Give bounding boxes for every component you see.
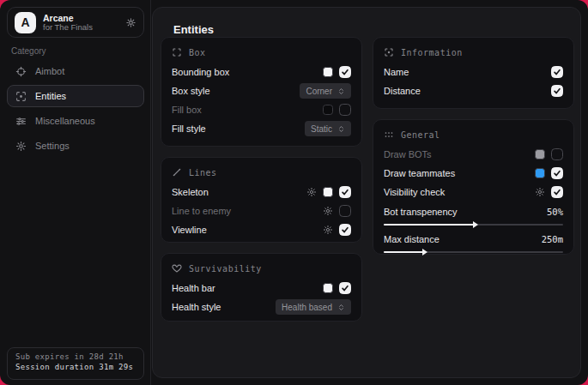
checkbox[interactable]	[339, 66, 351, 78]
checkbox[interactable]	[339, 104, 351, 116]
color-swatch[interactable]	[535, 168, 545, 178]
category-label: Category	[11, 46, 46, 56]
app-subtitle: for The Finals	[43, 23, 118, 33]
setting-row-visibility-check: Visibility check	[384, 183, 563, 202]
grid-icon	[384, 129, 394, 140]
unfold-icon	[337, 304, 345, 311]
bot-transparency-slider-group: Bot transpenency 50%	[384, 203, 563, 226]
sidebar: A Arcane for The Finals Category	[0, 0, 151, 385]
setting-row-bounding-box: Bounding box	[172, 63, 351, 81]
setting-label: Box style	[172, 86, 300, 96]
setting-label: Health style	[172, 302, 276, 312]
sidebar-item-entities[interactable]: Entities	[7, 85, 144, 107]
sidebar-item-aimbot[interactable]: Aimbot	[7, 60, 144, 82]
crosshair-icon	[15, 66, 27, 77]
checkbox[interactable]	[339, 205, 351, 217]
checkbox[interactable]	[339, 224, 351, 236]
subscription-info: Sub expires in 28d 21h Session duration …	[7, 347, 144, 380]
sync-gear-icon[interactable]	[125, 17, 136, 28]
card-lines: Lines Skeleton Line to enemy	[161, 157, 362, 243]
color-swatch[interactable]	[323, 105, 333, 115]
setting-row-draw-teammates: Draw teammates	[384, 164, 563, 183]
box-style-dropdown[interactable]: Corner	[300, 83, 351, 99]
app-name: Arcane	[43, 13, 118, 23]
checkbox[interactable]	[551, 66, 563, 78]
sidebar-item-settings[interactable]: Settings	[7, 135, 144, 157]
app-logo: A	[15, 12, 36, 33]
setting-row-line-to-enemy: Line to enemy	[172, 202, 351, 220]
setting-label: Bounding box	[172, 67, 323, 77]
setting-row-fill-style: Fill style Static	[172, 119, 351, 138]
sidebar-item-label: Entities	[35, 91, 66, 101]
bot-transparency-slider[interactable]	[384, 224, 563, 226]
color-swatch[interactable]	[323, 283, 333, 293]
color-swatch[interactable]	[323, 67, 333, 77]
card-title: Survivability	[189, 264, 262, 274]
setting-row-fill-box: Fill box	[172, 100, 351, 119]
setting-row-health-style: Health style Health based	[172, 298, 351, 316]
dropdown-value: Health based	[282, 303, 332, 312]
setting-label: Draw teammates	[384, 168, 535, 178]
checkbox[interactable]	[551, 167, 563, 179]
setting-row-box-style: Box style Corner	[172, 81, 351, 100]
setting-label: Fill box	[172, 105, 323, 115]
checkbox[interactable]	[339, 282, 351, 294]
setting-label: Fill style	[172, 123, 305, 134]
checkbox[interactable]	[551, 186, 563, 198]
app-header: A Arcane for The Finals	[7, 7, 144, 38]
row-settings-gear-icon[interactable]	[535, 187, 545, 197]
sidebar-item-label: Settings	[35, 141, 70, 151]
sliders-icon	[15, 116, 27, 127]
setting-row-health-bar: Health bar	[172, 279, 351, 298]
setting-label: Distance	[384, 86, 551, 96]
fill-style-dropdown[interactable]: Static	[305, 121, 351, 136]
sidebar-item-label: Aimbot	[35, 66, 64, 76]
sidebar-nav: Aimbot Entities Miscella	[7, 60, 144, 157]
checkbox[interactable]	[339, 186, 351, 198]
setting-row-distance: Distance	[384, 81, 563, 100]
dropdown-value: Static	[311, 124, 332, 134]
setting-label: Viewline	[172, 225, 323, 235]
slider-label: Bot transpenency	[384, 207, 547, 217]
scan-info-icon	[384, 47, 394, 57]
setting-label: Skeleton	[172, 187, 306, 197]
max-distance-slider[interactable]	[384, 251, 563, 253]
row-settings-gear-icon[interactable]	[323, 225, 333, 235]
setting-label: Draw BOTs	[384, 149, 535, 159]
heart-pulse-icon	[172, 263, 182, 274]
sub-expiry-text: Sub expires in 28d 21h	[15, 352, 136, 361]
setting-label: Name	[384, 67, 551, 77]
page-title: Entities	[173, 23, 214, 36]
setting-row-skeleton: Skeleton	[172, 183, 351, 202]
scan-eye-icon	[15, 91, 27, 102]
slider-value: 50%	[547, 207, 563, 217]
main-panel: Entities Box Bounding box	[152, 7, 581, 378]
color-swatch[interactable]	[535, 149, 545, 159]
sidebar-item-label: Miscellaneous	[35, 116, 95, 126]
checkbox[interactable]	[551, 85, 563, 97]
card-information: Information Name Distance	[373, 37, 574, 109]
slider-value: 250m	[542, 234, 563, 244]
gear-icon	[15, 141, 27, 152]
setting-row-viewline: Viewline	[172, 220, 351, 239]
unfold-icon	[337, 125, 345, 133]
max-distance-slider-group: Max distance 250m	[384, 231, 563, 253]
setting-row-draw-bots: Draw BOTs	[384, 145, 563, 164]
card-title: General	[401, 130, 440, 140]
row-settings-gear-icon[interactable]	[306, 187, 317, 197]
card-box: Box Bounding box Box style Corne	[161, 37, 362, 147]
checkbox[interactable]	[551, 148, 563, 160]
color-swatch[interactable]	[323, 187, 333, 197]
health-style-dropdown[interactable]: Health based	[276, 299, 351, 315]
card-general: General Draw BOTs Draw teammates	[373, 119, 574, 255]
app-window: A Arcane for The Finals Category	[0, 0, 588, 385]
slider-fill	[384, 224, 474, 226]
row-settings-gear-icon[interactable]	[323, 206, 333, 216]
setting-label: Visibility check	[384, 187, 535, 197]
setting-row-name: Name	[384, 63, 563, 81]
card-title: Information	[401, 48, 463, 57]
card-survivability: Survivability Health bar Health style	[161, 253, 362, 322]
bounding-box-icon	[172, 47, 182, 57]
sidebar-item-miscellaneous[interactable]: Miscellaneous	[7, 110, 144, 132]
diagonal-line-icon	[172, 167, 182, 177]
